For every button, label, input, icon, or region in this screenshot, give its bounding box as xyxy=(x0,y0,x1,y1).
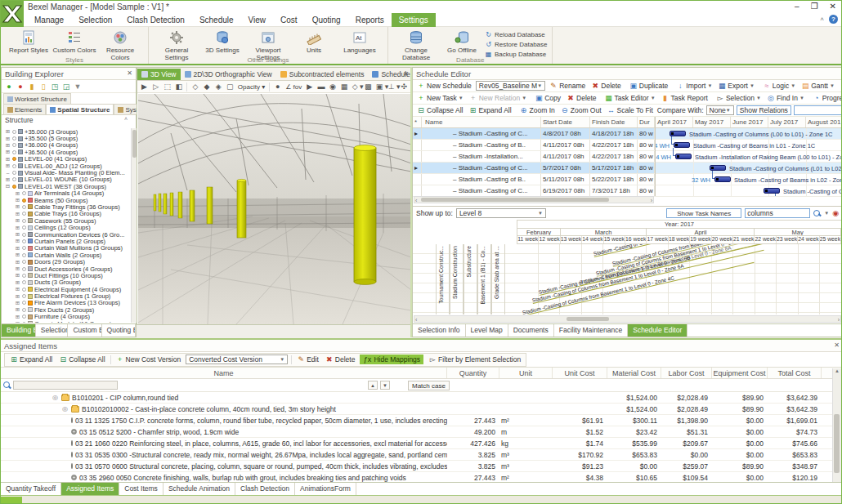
lob-hscrollbar[interactable]: ‹ › xyxy=(414,315,841,323)
cost-version-combo[interactable]: Converted Cost Version▼ xyxy=(186,355,288,364)
expand-icon[interactable]: ⊞ xyxy=(15,300,20,306)
view-tab-3d-view[interactable]: 3D View xyxy=(137,69,181,80)
collapse-structure-icon[interactable]: ˄ xyxy=(124,116,128,122)
menu-tab-manage[interactable]: Manage xyxy=(27,13,71,27)
viewport-tool-21-icon[interactable]: ✣ xyxy=(401,83,408,91)
lob-grid[interactable]: Tournament Construc...Stadium Constructi… xyxy=(413,244,842,314)
hide-mappings-button[interactable]: ƒxHide Mappings xyxy=(360,355,423,364)
import-button[interactable]: ↓Import▼ xyxy=(674,82,714,90)
visibility-dot-icon[interactable] xyxy=(12,185,16,189)
schedule-combo[interactable]: Rev05_Baseline M▼ xyxy=(476,81,545,91)
viewport-tool-19-icon[interactable]: ▣ ▾ xyxy=(376,83,384,91)
expand-icon[interactable]: ⊞ xyxy=(15,259,20,265)
gantt-search-input[interactable] xyxy=(794,105,842,115)
minimize-button[interactable]: – xyxy=(795,2,799,11)
visibility-dot-icon[interactable] xyxy=(12,150,16,154)
visibility-dot-icon[interactable] xyxy=(22,191,26,195)
viewport-tool-11-icon[interactable]: ● xyxy=(274,83,281,91)
gantt-bar[interactable] xyxy=(674,142,690,148)
assigned-item-row[interactable]: 03 15 0512 5200 - Chamfer strip, wood, 1… xyxy=(1,426,842,438)
visibility-dot-icon[interactable] xyxy=(22,267,26,271)
viewport-tool-15-icon[interactable]: ◉ xyxy=(329,83,336,91)
viewport-tool-9-icon[interactable]: Opacity ▾ xyxy=(238,83,265,91)
filter-icon[interactable]: ▼ xyxy=(74,83,82,91)
menu-tab-selection[interactable]: Selection xyxy=(71,13,119,27)
expand-icon[interactable]: ⊞ xyxy=(5,136,11,142)
menu-tab-settings[interactable]: Settings xyxy=(392,13,436,27)
view-tab-subcontracted-elements[interactable]: Subcontracted elements xyxy=(276,69,369,80)
search-next-button[interactable]: ▼ xyxy=(380,381,390,390)
show-up-to-combo[interactable]: Level 8▼ xyxy=(456,208,546,218)
show-elements-icon[interactable]: ● xyxy=(5,83,13,91)
3d-viewport[interactable] xyxy=(138,94,411,324)
visibility-dot-icon[interactable] xyxy=(22,233,26,237)
lock-icon[interactable]: ▮ xyxy=(28,83,36,91)
visibility-dot-icon[interactable] xyxy=(22,219,26,223)
viewport-tool-8-icon[interactable]: ▢ xyxy=(226,83,234,91)
bottom-tab-assigned-items[interactable]: Assigned Items xyxy=(61,483,119,495)
gantt-bar[interactable] xyxy=(710,165,726,171)
menu-tab-view[interactable]: View xyxy=(241,13,274,27)
tab-elements[interactable]: Elements xyxy=(3,104,46,114)
collapse-ribbon-icon[interactable]: ˄ xyxy=(820,16,824,23)
viewport-tool-5-icon[interactable]: ◇ xyxy=(191,83,199,91)
line-of-balance-button[interactable]: ◫Line of Balance▼ xyxy=(839,82,842,90)
filter-by-element-button[interactable]: ▻Filter by Element Selection xyxy=(427,355,522,364)
hide-elements-icon[interactable]: ● xyxy=(16,83,25,91)
visibility-dot-icon[interactable] xyxy=(22,314,26,319)
task-editor-button[interactable]: ▦Task Editor▼ xyxy=(603,94,657,102)
panel-tab-selection[interactable]: Selection... xyxy=(36,324,69,337)
visibility-dot-icon[interactable] xyxy=(22,205,26,209)
expand-icon[interactable]: ⊞ xyxy=(5,149,11,155)
expand-icon[interactable]: ⊞ xyxy=(5,128,11,135)
expand-icon[interactable]: ⊞ xyxy=(15,265,20,272)
expand-icon[interactable]: ⊞ xyxy=(15,320,20,323)
expand-icon[interactable]: ⊞ xyxy=(15,306,20,313)
visibility-dot-icon[interactable] xyxy=(12,157,16,161)
assigned-item-row[interactable]: 03 11 1325 1750 C.I.P. concrete forms, c… xyxy=(1,415,842,426)
viewport-close-icon[interactable]: ✕ xyxy=(403,70,409,78)
lob-clear-icon[interactable]: ◉ xyxy=(832,209,839,217)
expand-icon[interactable]: ⊞ xyxy=(5,142,11,149)
bottom-tab-cost-items[interactable]: Cost Items xyxy=(119,483,163,495)
delete-schedule-button[interactable]: ✖Delete xyxy=(589,82,623,90)
expand-icon[interactable]: ⊞ xyxy=(5,156,11,163)
copy-button[interactable]: ▣Copy xyxy=(533,94,562,102)
viewport-tool-1-icon[interactable]: ▷ xyxy=(152,83,159,91)
menu-tab-quoting[interactable]: Quoting xyxy=(305,13,348,27)
viewport-tool-14-icon[interactable]: ▬ xyxy=(317,83,325,91)
ribbon-reload-database-button[interactable]: ↻Reload Database xyxy=(485,30,547,39)
expand-icon[interactable]: ⊞ xyxy=(15,279,20,286)
view-tab-2d-3d-orthographic-view[interactable]: 2D\3D Orthographic View xyxy=(181,69,276,80)
find-in-button[interactable]: ◎Find In▼ xyxy=(765,94,806,102)
expand-icon[interactable]: ⊞ xyxy=(15,211,20,217)
compare-with-combo[interactable]: None▼ xyxy=(706,105,734,115)
visibility-dot-icon[interactable] xyxy=(22,308,26,312)
assigned-item-row[interactable]: 03 31 0570 0600 Structural concrete, pla… xyxy=(1,461,842,472)
select-group-icon[interactable]: ◲ xyxy=(62,83,70,91)
menu-tab-clash-detection[interactable]: Clash Detection xyxy=(119,13,192,27)
bottom-tab-animationsform[interactable]: AnimationsForm xyxy=(295,483,356,495)
expand-icon[interactable]: ⊞ xyxy=(15,286,20,292)
visibility-dot-icon[interactable] xyxy=(12,130,16,134)
expand-icon[interactable]: ⊞ xyxy=(5,176,11,183)
expand-icon[interactable]: ⊞ xyxy=(15,231,20,238)
assigned-item-row[interactable]: ◎B1010201 - CIP column,round tied$1,524.… xyxy=(1,392,842,404)
collapse-all-button[interactable]: ⊟Collapse All xyxy=(415,106,464,114)
assigned-items-close-icon[interactable]: ✕ xyxy=(834,341,840,349)
visibility-dot-icon[interactable] xyxy=(22,260,26,264)
show-relations-button[interactable]: Show Relations xyxy=(737,105,791,115)
progress-button[interactable]: ◔Progress▼ xyxy=(811,94,842,102)
show-task-names-button[interactable]: Show Task Names xyxy=(666,208,741,218)
zoom-in-button[interactable]: ⊕Zoom In xyxy=(518,106,557,114)
ribbon-restore-database-button[interactable]: ↺Restore Database xyxy=(485,40,547,49)
logic-button[interactable]: ≈Logic▼ xyxy=(761,82,797,90)
gantt-hscrollbar[interactable]: ‹ › xyxy=(414,196,654,203)
assigned-scrollbar[interactable]: ▲ xyxy=(832,368,841,482)
viewport-tool-3-icon[interactable]: ◧ xyxy=(175,83,182,91)
expand-icon[interactable]: ⊞ xyxy=(15,314,20,320)
expand-icon[interactable]: ⊞ xyxy=(15,203,20,210)
visibility-dot-icon[interactable] xyxy=(22,239,26,243)
visibility-dot-icon[interactable] xyxy=(22,246,26,250)
new-cost-version-button[interactable]: +New Cost Version xyxy=(114,355,183,364)
